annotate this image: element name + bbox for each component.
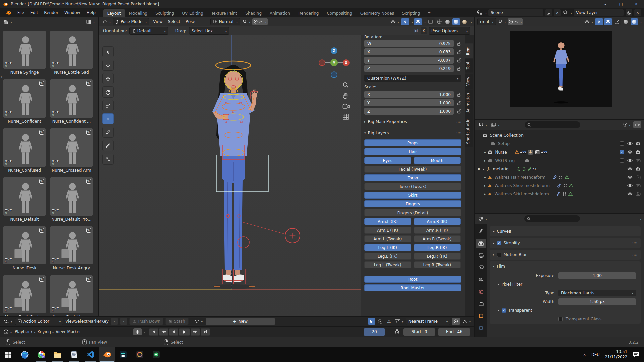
proportional-editing-group[interactable]: [252, 18, 268, 25]
stash-button[interactable]: Stash: [165, 318, 189, 325]
subsection-transparent[interactable]: ▾Transparent: [490, 306, 641, 315]
tab-view-layer[interactable]: [476, 263, 486, 272]
show-hidden-channels-icon[interactable]: [377, 318, 384, 325]
new-scene-button[interactable]: [545, 9, 552, 16]
current-frame-field[interactable]: 20: [364, 328, 385, 336]
start-button[interactable]: [0, 347, 16, 362]
menu-item[interactable]: Help: [83, 10, 98, 15]
section-curves[interactable]: ▸Curves: [490, 227, 641, 236]
tool-scale[interactable]: [102, 100, 114, 111]
tool-measure[interactable]: [102, 140, 114, 151]
shading-options-caret[interactable]: [639, 19, 642, 24]
taskbar-chrome-icon[interactable]: P: [33, 347, 49, 362]
orientation-dropdown-truncated[interactable]: rmal: [477, 18, 496, 25]
workspace-tab[interactable]: Compositing: [323, 9, 356, 17]
asset-item[interactable]: Nurse_Default Pro...: [50, 177, 93, 223]
rig-main-properties-header[interactable]: ▸Rig Main Properties: [364, 117, 461, 126]
rotation-field[interactable]: W0.975: [364, 40, 454, 47]
view-layer-browse-caret[interactable]: [569, 10, 572, 15]
outliner-row-metarig[interactable]: ● ▸ metarig 67: [475, 165, 644, 173]
rig-layer-button[interactable]: Root Master: [364, 284, 461, 291]
tool-move[interactable]: [102, 73, 114, 84]
unlock-icon[interactable]: [457, 92, 461, 97]
rig-layer-button[interactable]: Arm.L (Tweak): [364, 235, 411, 242]
rotation-field[interactable]: Z0.219: [364, 65, 454, 72]
keyboard-language[interactable]: DEU: [591, 352, 600, 357]
push-down-button[interactable]: Push Down: [129, 318, 163, 325]
scene-browse-caret[interactable]: [484, 10, 487, 15]
expander-icon[interactable]: ▸: [484, 192, 486, 196]
move-down-button[interactable]: ▾: [111, 318, 118, 325]
asset-thumbnail[interactable]: [50, 226, 93, 264]
workspace-tab[interactable]: UV Editing: [178, 9, 207, 17]
jump-to-start-button[interactable]: [149, 328, 158, 336]
outliner-row-nurse[interactable]: ▸ Nurse +99 +99: [475, 148, 644, 156]
delete-scene-button[interactable]: ✕: [554, 9, 561, 16]
keying-menu[interactable]: Keying: [38, 329, 54, 334]
proportional-editing-group[interactable]: [508, 18, 523, 25]
camera-disabled-icon[interactable]: [636, 175, 641, 179]
unlock-icon[interactable]: [457, 101, 461, 105]
editor-type-3d-viewport-icon[interactable]: [101, 19, 112, 25]
falloff-curve-icon[interactable]: [461, 318, 472, 324]
rig-layer-button[interactable]: Props: [364, 139, 461, 146]
filter-type-dropdown[interactable]: Blackman-Harris: [558, 290, 636, 296]
rig-layer-button[interactable]: Skirt: [364, 192, 461, 199]
rig-layer-button[interactable]: Facial (Tweak): [364, 166, 461, 173]
show-object-types-icon[interactable]: [389, 19, 400, 25]
dope-menu-item[interactable]: Select: [75, 319, 88, 324]
exclude-checkbox[interactable]: [620, 158, 624, 163]
asset-item[interactable]: Nurse_Crossed Arm: [50, 128, 93, 174]
section-motion-blur[interactable]: ▸Motion Blur: [490, 250, 641, 259]
dope-menu-item[interactable]: Key: [101, 319, 109, 324]
snap-dropdown[interactable]: Nearest Frame: [406, 318, 450, 325]
window-titlebar[interactable]: Blender [D:\BLRDY\Female Nurse\New Nurse…: [0, 0, 644, 8]
taskbar-edge-icon[interactable]: [16, 347, 33, 362]
taskbar-explorer-icon[interactable]: [49, 347, 66, 362]
rig-layer-button[interactable]: Leg.L (Tweak): [364, 261, 411, 268]
rig-layers-header[interactable]: ▾Rig Layers: [364, 129, 461, 137]
frame-start-field[interactable]: Start0: [403, 328, 435, 336]
rig-layer-button[interactable]: Arm.R (FK): [414, 227, 461, 234]
asset-thumbnail[interactable]: [3, 226, 46, 264]
asset-thumbnail[interactable]: [3, 275, 46, 313]
outliner-row-scene-collection[interactable]: Scene Collection: [475, 131, 644, 139]
expander-icon[interactable]: ▸: [484, 150, 486, 154]
rig-layer-button[interactable]: Leg.R (IK): [414, 244, 461, 251]
asset-thumbnail[interactable]: [50, 177, 93, 216]
shading-solid-icon[interactable]: [444, 18, 451, 25]
playback-menu[interactable]: Playback: [15, 329, 36, 334]
new-collection-button[interactable]: [633, 121, 641, 128]
expander-icon[interactable]: ▸: [484, 184, 486, 187]
motion-blur-checkbox[interactable]: [497, 253, 501, 257]
show-object-types-icon[interactable]: [583, 19, 594, 25]
shading-wireframe-icon[interactable]: [436, 18, 443, 25]
asset-thumbnail[interactable]: [3, 177, 46, 216]
unlock-icon[interactable]: [457, 41, 461, 46]
rig-layer-button[interactable]: Leg.L (IK): [364, 244, 411, 251]
rig-layer-button[interactable]: Leg.R (Tweak): [414, 261, 461, 268]
rig-layer-button[interactable]: Arm.R (Tweak): [414, 235, 461, 242]
transform-orientation-dropdown[interactable]: Normal: [210, 18, 240, 25]
camera-view-icon[interactable]: [342, 103, 350, 109]
rig-layer-button[interactable]: Root: [364, 276, 461, 283]
hide-eye-icon[interactable]: [627, 192, 633, 196]
menu-item[interactable]: Render: [41, 10, 61, 15]
rig-layer-button[interactable]: Arm.R (IK): [414, 218, 461, 225]
scale-field[interactable]: Z1.000: [364, 108, 454, 115]
auto-keying-toggle[interactable]: [133, 328, 142, 335]
disable-render-camera-icon[interactable]: [636, 142, 641, 145]
tool-pose-breakdowner[interactable]: [102, 154, 114, 165]
workspace-tab[interactable]: Sculpting: [151, 9, 178, 17]
maximize-button[interactable]: ▢: [613, 0, 629, 8]
expand-region-arrow[interactable]: ›: [1, 74, 3, 80]
editor-type-asset-browser-icon[interactable]: [3, 19, 13, 25]
asset-item[interactable]: Nurse_Confident: [3, 79, 46, 125]
shading-material-icon[interactable]: [631, 18, 638, 25]
toggle-xray-icon[interactable]: [613, 18, 621, 25]
dope-menu-item[interactable]: View: [65, 319, 75, 324]
taskbar-blender-icon[interactable]: [99, 347, 115, 362]
section-simplify[interactable]: ▸Simplify: [490, 238, 641, 248]
outliner-row-shoe-meshdeform[interactable]: ▸ Waitress Shoe meshdeform: [475, 181, 644, 190]
use-preview-range-icon[interactable]: [394, 329, 400, 335]
